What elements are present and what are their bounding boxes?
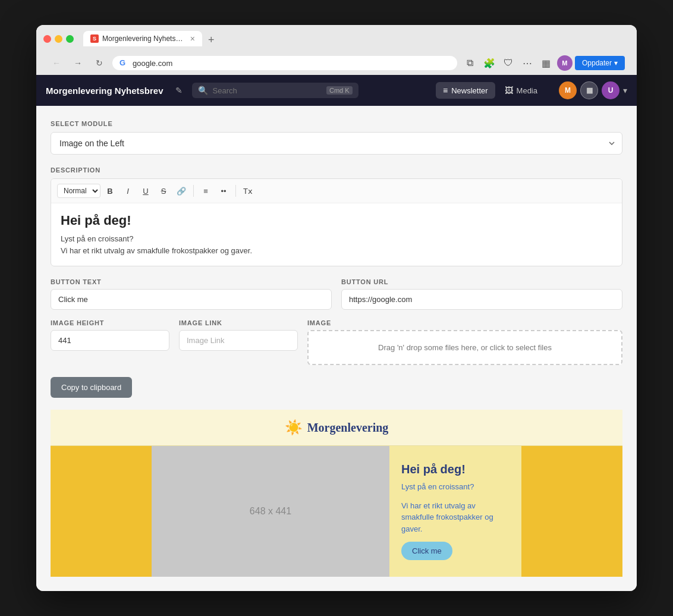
browser-tab-active[interactable]: S Morgenlevering Nyhetsbrev – ×	[83, 31, 202, 46]
italic-button[interactable]: I	[119, 183, 136, 199]
copy-to-clipboard-button[interactable]: Copy to clipboard	[51, 377, 132, 398]
strikethrough-button[interactable]: S	[155, 183, 172, 199]
browser-chrome: S Morgenlevering Nyhetsbrev – × + ← → ↻ …	[36, 25, 637, 75]
toolbar-divider-2	[235, 185, 236, 197]
ordered-list-icon: ≡	[203, 187, 208, 196]
button-fields-row: BUTTON TEXT BUTTON URL	[51, 278, 622, 310]
image-size-text: 648 x 441	[250, 506, 291, 517]
app-nav-avatars: M ▦ U ▾	[559, 81, 627, 99]
nav-media-label: Media	[517, 86, 537, 95]
editor-content[interactable]: Hei på deg! Lyst på en croissant? Vi har…	[51, 203, 622, 266]
browser-window: S Morgenlevering Nyhetsbrev – × + ← → ↻ …	[36, 25, 637, 591]
back-button[interactable]: ←	[48, 55, 65, 71]
browser-toolbar: ← → ↻ G ⧉ 🧩 🛡 ⋯ ▦ M Oppdater ▾	[43, 51, 630, 75]
app-nav-items: ≡ Newsletter 🖼 Media	[436, 82, 545, 99]
preview-logo-text: Morgenlevering	[307, 421, 389, 435]
update-label: Oppdater	[582, 59, 612, 67]
button-text-group: BUTTON TEXT	[51, 278, 332, 310]
preview-right-accent	[521, 446, 622, 577]
address-bar[interactable]: G	[112, 56, 457, 70]
sun-icon: ☀️	[285, 419, 303, 436]
search-icon: 🔍	[198, 86, 208, 95]
avatar-1[interactable]: M	[559, 81, 577, 99]
underline-button[interactable]: U	[137, 183, 154, 199]
media-icon: 🖼	[505, 86, 513, 95]
editor-toolbar: Normal B I U S 🔗 ≡ •• T𝗑	[51, 179, 622, 203]
button-url-input[interactable]	[341, 289, 622, 310]
unordered-list-icon: ••	[221, 187, 226, 196]
bold-button[interactable]: B	[102, 183, 118, 199]
copy-button-label: Copy to clipboard	[61, 383, 121, 392]
nav-newsletter[interactable]: ≡ Newsletter	[436, 82, 495, 99]
puzzle-icon[interactable]: 🧩	[481, 55, 498, 71]
app-navbar: Morgenlevering Nyhetsbrev ✎ 🔍 Cmd K ≡ Ne…	[36, 75, 637, 106]
nav-newsletter-label: Newsletter	[451, 86, 488, 95]
module-select[interactable]: Image on the Left	[51, 132, 622, 155]
image-link-input[interactable]	[179, 330, 298, 351]
avatar-chevron[interactable]: ▾	[623, 86, 627, 95]
avatar-box[interactable]: ▦	[580, 81, 598, 99]
nav-media[interactable]: 🖼 Media	[498, 82, 545, 99]
browser-titlebar: S Morgenlevering Nyhetsbrev – × +	[43, 31, 630, 46]
search-shortcut: Cmd K	[326, 86, 353, 95]
newsletter-icon: ≡	[443, 86, 448, 95]
tab-title: Morgenlevering Nyhetsbrev –	[102, 34, 187, 43]
tab-close-icon[interactable]: ×	[190, 34, 195, 43]
select-module-section: SELECT MODULE Image on the Left	[51, 120, 622, 155]
more-icon[interactable]: ⋯	[519, 55, 536, 71]
minimize-button[interactable]	[55, 35, 62, 43]
new-tab-button[interactable]: +	[205, 34, 218, 46]
format-select[interactable]: Normal	[57, 184, 100, 198]
search-input[interactable]	[213, 86, 322, 95]
sidebar-icon[interactable]: ▦	[538, 55, 555, 71]
image-height-input[interactable]	[51, 330, 169, 351]
edit-icon[interactable]: ✎	[175, 86, 183, 95]
browser-actions: ⧉ 🧩 🛡 ⋯ ▦ M Oppdater ▾	[462, 55, 625, 71]
image-height-group: IMAGE HEIGHT	[51, 319, 169, 365]
close-button[interactable]	[43, 35, 51, 43]
button-text-label: BUTTON TEXT	[51, 278, 332, 285]
italic-icon: I	[127, 187, 129, 196]
preview-image-placeholder: 648 x 441	[152, 446, 389, 577]
avatar-3[interactable]: U	[602, 81, 619, 99]
maximize-button[interactable]	[66, 35, 74, 43]
ordered-list-button[interactable]: ≡	[197, 183, 214, 199]
app-search-bar[interactable]: 🔍 Cmd K	[192, 83, 358, 98]
editor-heading: Hei på deg!	[61, 213, 612, 228]
image-upload-group: IMAGE Drag 'n' drop some files here, or …	[307, 319, 622, 365]
google-icon: G	[119, 58, 129, 68]
preview-subtext2: Vi har et rikt utvalg av smakfulle froko…	[401, 500, 510, 535]
preview-logo: ☀️ Morgenlevering	[285, 419, 389, 436]
preview-click-me-button[interactable]: Click me	[401, 542, 452, 560]
underline-icon: U	[143, 187, 148, 196]
extensions-button[interactable]: ⧉	[462, 55, 479, 71]
toolbar-divider	[193, 185, 194, 197]
app-logo: Morgenlevering Nyhetsbrev	[46, 86, 163, 96]
browser-avatar[interactable]: M	[557, 55, 573, 71]
image-height-label: IMAGE HEIGHT	[51, 319, 169, 326]
link-button[interactable]: 🔗	[173, 183, 190, 199]
preview-text-area: Hei på deg! Lyst på en croissant? Vi har…	[389, 446, 521, 577]
preview-container: ☀️ Morgenlevering 648 x 441 Hei på deg! …	[51, 410, 622, 577]
image-link-label: IMAGE LINK	[179, 319, 298, 326]
shield-icon[interactable]: 🛡	[500, 55, 517, 71]
tab-favicon: S	[90, 34, 99, 43]
button-text-input[interactable]	[51, 289, 332, 310]
image-dropzone[interactable]: Drag 'n' drop some files here, or click …	[307, 330, 622, 365]
preview-header: ☀️ Morgenlevering	[51, 410, 622, 446]
image-fields-row: IMAGE HEIGHT IMAGE LINK IMAGE Drag 'n' d…	[51, 319, 622, 365]
image-label: IMAGE	[307, 319, 622, 326]
address-input[interactable]	[133, 59, 450, 68]
rich-text-editor: Normal B I U S 🔗 ≡ •• T𝗑 Hei på deg! Lys…	[51, 178, 622, 266]
reload-button[interactable]: ↻	[91, 55, 108, 71]
browser-tabs: S Morgenlevering Nyhetsbrev – × +	[83, 31, 630, 46]
editor-body-line2: Vi har et rikt utvalg av smakfulle froko…	[61, 245, 612, 257]
forward-button[interactable]: →	[70, 55, 86, 71]
preview-heading: Hei på deg!	[401, 463, 510, 476]
clear-format-icon: T𝗑	[243, 187, 253, 196]
preview-left-accent	[51, 446, 152, 577]
unordered-list-button[interactable]: ••	[215, 183, 232, 199]
update-button[interactable]: Oppdater ▾	[575, 56, 625, 70]
description-label: DESCRIPTION	[51, 166, 622, 174]
clear-format-button[interactable]: T𝗑	[240, 183, 256, 199]
